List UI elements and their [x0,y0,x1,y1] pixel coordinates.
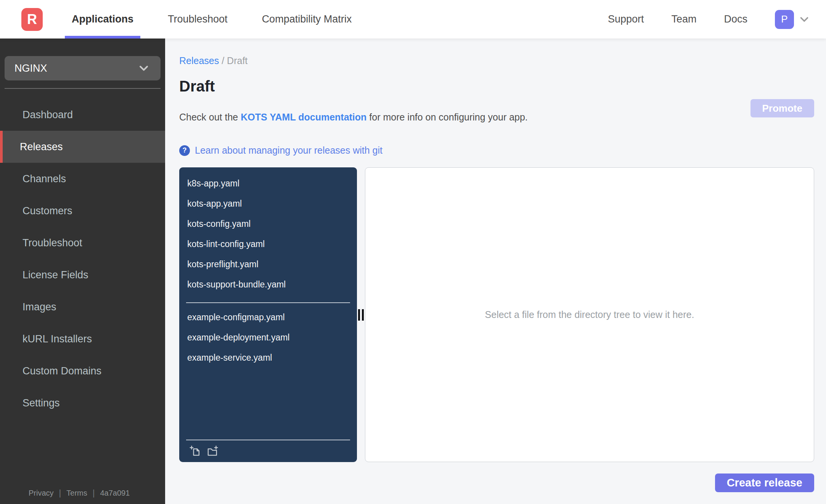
viewer-placeholder-text: Select a file from the directory tree to… [485,309,694,320]
file-tree-panel: k8s-app.yaml kots-app.yaml kots-config.y… [179,167,357,462]
replicated-logo[interactable]: R [21,8,43,31]
sidebar: NGINX Dashboard Releases Channels Custom… [0,39,165,504]
file-example-service[interactable]: example-service.yaml [179,348,357,368]
file-example-configmap[interactable]: example-configmap.yaml [179,307,357,327]
tab-troubleshoot[interactable]: Troubleshoot [161,0,235,39]
sidebar-item-customers[interactable]: Customers [0,195,165,227]
git-help-label: Learn about managing your releases with … [195,145,382,156]
tree-spacer [179,368,357,432]
panel-gap [357,167,365,462]
sidebar-divider [5,88,161,89]
file-kots-config[interactable]: kots-config.yaml [179,214,357,234]
top-nav: Applications Troubleshoot Compatibility … [65,0,379,39]
sidebar-item-troubleshoot[interactable]: Troubleshoot [0,227,165,259]
new-file-icon[interactable] [189,445,201,457]
promote-button[interactable]: Promote [750,99,814,117]
handle-bar [358,309,360,321]
file-kots-preflight[interactable]: kots-preflight.yaml [179,254,357,274]
sidebar-item-images[interactable]: Images [0,291,165,323]
app-selector-dropdown[interactable]: NGINX [5,56,161,80]
support-link[interactable]: Support [608,13,644,25]
release-panels: k8s-app.yaml kots-app.yaml kots-config.y… [179,167,814,462]
avatar-initial: P [781,13,787,25]
git-help-link[interactable]: ? Learn about managing your releases wit… [179,145,814,156]
file-viewer-panel: Select a file from the directory tree to… [365,167,814,462]
handle-bar [362,309,364,321]
build-version: 4a7a091 [100,489,130,498]
page-title: Draft [179,78,814,95]
top-header: R Applications Troubleshoot Compatibilit… [0,0,826,39]
file-kots-support-bundle[interactable]: kots-support-bundle.yaml [179,274,357,295]
docs-link[interactable]: Docs [724,13,747,25]
create-release-row: Create release [179,474,814,492]
avatar: P [775,10,794,29]
breadcrumb-separator: / [222,55,224,66]
sidebar-item-dashboard[interactable]: Dashboard [0,99,165,131]
sidebar-item-channels[interactable]: Channels [0,163,165,195]
intro-text: Check out the KOTS YAML documentation fo… [179,112,814,123]
footer-separator: | [93,488,95,498]
panel-resize-handle[interactable] [358,309,364,321]
question-glyph: ? [183,146,187,154]
sidebar-item-kurl-installers[interactable]: kURL Installers [0,323,165,355]
sidebar-item-custom-domains[interactable]: Custom Domains [0,355,165,387]
team-link[interactable]: Team [671,13,696,25]
file-k8s-app[interactable]: k8s-app.yaml [179,173,357,194]
file-kots-app[interactable]: kots-app.yaml [179,194,357,214]
tab-compatibility-matrix[interactable]: Compatibility Matrix [255,0,359,39]
file-example-deployment[interactable]: example-deployment.yaml [179,327,357,348]
sidebar-nav: Dashboard Releases Channels Customers Tr… [0,99,165,419]
breadcrumb: Releases / Draft [179,55,814,66]
sidebar-item-license-fields[interactable]: License Fields [0,259,165,291]
sidebar-footer: Privacy | Terms | 4a7a091 [0,488,165,504]
sidebar-item-settings[interactable]: Settings [0,387,165,419]
new-folder-icon[interactable] [207,445,219,457]
chevron-down-icon [137,61,151,75]
breadcrumb-current: Draft [227,55,247,66]
privacy-link[interactable]: Privacy [29,489,54,498]
logo-letter: R [27,11,37,27]
question-icon: ? [179,145,190,156]
sidebar-item-releases[interactable]: Releases [0,131,165,163]
intro-prefix: Check out the [179,112,241,122]
main-content: Releases / Draft Draft Promote Check out… [165,39,826,504]
header-right: Support Team Docs P [608,10,826,29]
breadcrumb-releases-link[interactable]: Releases [179,55,219,66]
tree-actions [179,440,357,457]
tab-applications[interactable]: Applications [65,0,140,39]
terms-link[interactable]: Terms [66,489,87,498]
footer-separator: | [59,488,61,498]
account-menu[interactable]: P [775,10,811,29]
tree-group: example-configmap.yaml example-deploymen… [179,307,357,368]
intro-suffix: for more info on configuring your app. [366,112,527,122]
kots-yaml-docs-link[interactable]: KOTS YAML documentation [241,112,366,122]
tree-divider [186,302,350,303]
app-selector-label: NGINX [14,63,47,74]
app-window: R Applications Troubleshoot Compatibilit… [0,0,826,504]
create-release-button[interactable]: Create release [715,474,814,492]
file-kots-lint-config[interactable]: kots-lint-config.yaml [179,234,357,254]
chevron-down-icon [798,13,811,26]
